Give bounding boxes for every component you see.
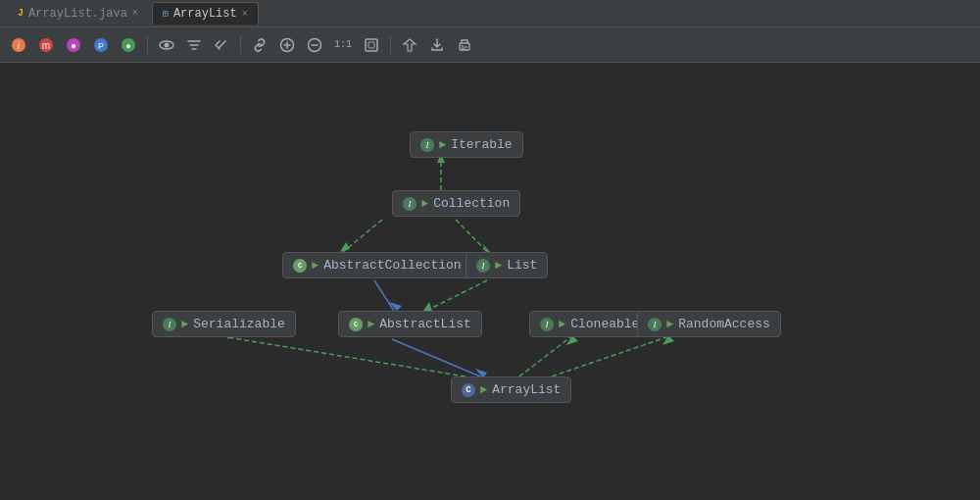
sep2	[240, 36, 241, 54]
abstractlist-icon: C	[349, 318, 363, 331]
sep3	[390, 36, 391, 54]
btn-module[interactable]: ●	[63, 34, 84, 56]
btn-11-label: 1:1	[334, 39, 352, 50]
serializable-icon: I	[163, 318, 176, 331]
toolbar: i m ● P ● 1:1	[0, 27, 980, 63]
btn-connect[interactable]	[211, 34, 232, 56]
diagram-icon: ⊞	[163, 8, 169, 20]
svg-rect-14	[366, 39, 377, 51]
svg-text:●: ●	[125, 41, 130, 51]
tab-diagram-close[interactable]: ×	[242, 9, 248, 20]
btn-filter[interactable]	[183, 34, 205, 56]
abstractcollection-label: AbstractCollection	[323, 258, 461, 273]
abstractlist-label: AbstractList	[379, 317, 471, 331]
abstractlist-arrow: ►	[368, 318, 374, 331]
abstractcollection-icon: C	[293, 259, 307, 273]
collection-label: Collection	[433, 196, 510, 211]
btn-info4[interactable]: ●	[118, 34, 139, 56]
btn-link[interactable]	[249, 34, 270, 56]
svg-line-34	[537, 337, 666, 381]
btn-info1[interactable]: i	[8, 34, 29, 56]
list-arrow: ►	[495, 259, 502, 273]
btn-info3[interactable]: P	[90, 34, 112, 56]
btn-print[interactable]	[454, 34, 475, 56]
sep1	[147, 36, 148, 54]
svg-line-32	[519, 337, 570, 376]
serializable-arrow: ►	[181, 318, 188, 331]
cloneable-arrow: ►	[559, 318, 565, 331]
iterable-label: Iterable	[451, 137, 512, 152]
connections-svg	[0, 63, 980, 500]
node-abstractlist[interactable]: C ► AbstractList	[338, 311, 482, 337]
node-list[interactable]: I ► List	[466, 252, 548, 278]
list-label: List	[507, 258, 537, 273]
svg-point-11	[165, 42, 170, 47]
node-arraylist[interactable]: C ► ArrayList	[451, 376, 571, 403]
svg-line-28	[392, 339, 480, 376]
node-randomaccess[interactable]: I ► RandomAccess	[637, 311, 781, 337]
node-cloneable[interactable]: I ► Cloneable	[529, 311, 650, 337]
abstractcollection-arrow: ►	[312, 259, 318, 273]
svg-text:m: m	[42, 40, 50, 51]
randomaccess-icon: I	[648, 318, 662, 331]
arraylist-arrow: ►	[480, 383, 487, 397]
collection-icon: I	[403, 197, 416, 211]
tab-diagram-label: ArrayList	[173, 7, 237, 21]
svg-marker-21	[340, 242, 350, 252]
cloneable-icon: I	[540, 318, 554, 331]
randomaccess-arrow: ►	[666, 318, 673, 331]
arraylist-label: ArrayList	[492, 382, 561, 397]
btn-11[interactable]: 1:1	[331, 34, 355, 56]
serializable-label: Serializable	[193, 317, 285, 331]
btn-info2[interactable]: m	[35, 34, 57, 56]
svg-text:P: P	[98, 41, 104, 51]
svg-line-30	[227, 337, 466, 376]
svg-marker-25	[389, 302, 402, 311]
btn-share[interactable]	[399, 34, 420, 56]
randomaccess-label: RandomAccess	[678, 317, 770, 331]
btn-zoom-out[interactable]	[304, 34, 325, 56]
iterable-icon: I	[420, 138, 434, 152]
svg-line-26	[426, 280, 487, 311]
tab-java-label: ArrayList.java	[28, 7, 127, 21]
node-collection[interactable]: I ► Collection	[392, 190, 520, 217]
btn-eye[interactable]	[156, 34, 177, 56]
iterable-arrow: ►	[439, 138, 446, 152]
node-iterable[interactable]: I ► Iterable	[410, 131, 523, 158]
svg-line-22	[456, 220, 487, 252]
node-abstractcollection[interactable]: C ► AbstractCollection	[282, 252, 472, 278]
svg-line-24	[374, 280, 394, 311]
svg-point-17	[462, 44, 464, 46]
svg-line-20	[343, 220, 382, 252]
java-icon: J	[18, 8, 24, 19]
list-icon: I	[476, 259, 490, 273]
cloneable-label: Cloneable	[570, 317, 639, 331]
btn-fit-page[interactable]	[361, 34, 382, 56]
btn-export[interactable]	[426, 34, 448, 56]
arraylist-icon: C	[462, 383, 475, 397]
diagram-canvas[interactable]: I ► Iterable I ► Collection C ► Abstract…	[0, 63, 980, 500]
node-serializable[interactable]: I ► Serializable	[152, 311, 296, 337]
svg-rect-15	[368, 42, 374, 48]
btn-zoom-in[interactable]	[276, 34, 298, 56]
tab-diagram[interactable]: ⊞ ArrayList ×	[152, 2, 259, 25]
tab-java-close[interactable]: ×	[132, 8, 138, 19]
title-bar: J ArrayList.java × ⊞ ArrayList ×	[0, 0, 980, 27]
tab-java[interactable]: J ArrayList.java ×	[8, 3, 148, 25]
svg-text:●: ●	[71, 40, 76, 51]
collection-arrow: ►	[421, 197, 428, 211]
svg-text:i: i	[18, 40, 21, 51]
